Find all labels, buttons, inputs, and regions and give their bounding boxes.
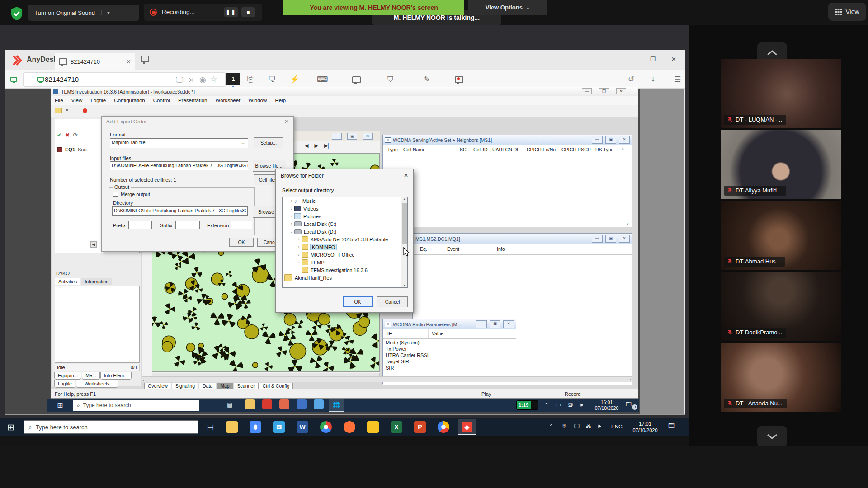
scroll-down-icon[interactable]: ▼ [403, 284, 406, 287]
minimize-icon[interactable]: — [592, 136, 603, 144]
participant-tile[interactable]: DT - LUQMAN -... [721, 59, 841, 128]
display-settings-icon[interactable] [352, 76, 361, 84]
remote-clock[interactable]: 16:01 07/10/2020 [592, 399, 621, 411]
suffix-field[interactable] [175, 221, 200, 229]
actions-lightning-icon[interactable]: ⚡ [290, 75, 299, 83]
ok-button[interactable]: OK [343, 296, 373, 307]
tab-info-element[interactable]: Info Elem... [100, 372, 132, 380]
activities-list[interactable] [55, 286, 140, 363]
scroll-thumb[interactable] [402, 203, 407, 244]
tree-scrollbar[interactable]: ▲ ▼ [401, 197, 407, 287]
photos-app-icon[interactable] [314, 399, 324, 409]
param-row[interactable]: Target SIR [386, 359, 516, 365]
close-icon[interactable]: ✕ [284, 118, 289, 125]
map-restore-icon[interactable]: ▣ [347, 133, 357, 140]
tree-item[interactable]: TEMSInvestigation 16.3.6 [283, 266, 407, 274]
record-session-icon[interactable] [455, 76, 463, 84]
nav-forward-icon[interactable]: ▶ [315, 143, 318, 148]
app-red-icon[interactable] [262, 399, 272, 409]
remote-search-box[interactable]: ⌕ Type here to search [73, 400, 199, 411]
tems-close-icon[interactable]: ✕ [616, 88, 626, 94]
browser-globe-icon[interactable]: 🌐 [329, 399, 344, 412]
connect-check-icon[interactable]: ✔ [57, 132, 61, 138]
menu-icon[interactable]: ☰ [674, 75, 681, 83]
session-tab[interactable]: 821424710 ✕ [55, 53, 135, 70]
menu-window[interactable]: Window [248, 98, 267, 103]
minimize-icon[interactable]: — [476, 320, 487, 328]
map-close-icon[interactable]: ✕ [363, 133, 373, 140]
input-files-field[interactable]: D:\KOMINFO\File Pendukung Latihan Prakte… [110, 161, 248, 170]
participant-tile[interactable]: DT-Ahmad Hus... [721, 201, 841, 270]
folder-tree[interactable]: ›♪Music ›Videos ›Pictures ›Local Disk (C… [282, 197, 408, 288]
tree-item[interactable]: ›TEMP [283, 258, 407, 266]
file-explorer-icon[interactable] [226, 421, 238, 433]
extension-field[interactable] [231, 221, 252, 229]
prefix-field[interactable] [128, 221, 152, 229]
close-icon[interactable]: ✕ [503, 320, 514, 328]
nav-last-icon[interactable]: ▶▏ [324, 143, 332, 148]
speaker-icon[interactable]: 🕪 [598, 423, 601, 429]
tab-information[interactable]: Information [81, 278, 112, 285]
tems-titlebar[interactable]: TEMS Investigation 16.3.6 (Administrator… [51, 87, 638, 96]
refresh-icon[interactable]: ⟳ [73, 132, 78, 138]
menu-logfile[interactable]: Logfile [90, 98, 106, 103]
wcdma-serving-body[interactable]: ˅ [383, 155, 632, 227]
original-sound-button[interactable]: Turn on Original Sound ▼ [28, 5, 139, 21]
merge-output-checkbox[interactable] [113, 192, 118, 197]
param-row[interactable]: Mode (System) [386, 340, 516, 346]
host-clock[interactable]: 17:01 07/10/2020 [629, 421, 661, 433]
open-folder-icon[interactable] [55, 108, 62, 113]
stop-recording-icon[interactable]: ■ [241, 7, 255, 17]
tree-item[interactable]: AkmalHanif_files [283, 274, 407, 282]
zoom-app-icon[interactable]: ⬮ [250, 421, 261, 433]
file-explorer-icon[interactable] [245, 399, 255, 409]
param-row[interactable]: SIR [386, 365, 516, 371]
display-icon[interactable]: 🖵 [574, 423, 580, 429]
keyboard-icon[interactable]: ⌨ [317, 75, 328, 83]
scroll-down-icon[interactable]: ˅ [627, 222, 629, 226]
tree-item[interactable]: ›Videos [283, 205, 407, 212]
start-button[interactable]: ⊞ [57, 401, 63, 409]
task-view-icon[interactable]: ▤ [227, 401, 232, 408]
menu-control[interactable]: Control [153, 98, 170, 103]
tree-item[interactable]: ⌄Local Disk (D:) [283, 228, 407, 235]
tems-maximize-icon[interactable]: ❐ [599, 88, 609, 94]
directory-field[interactable]: D:\KOMINFO\File Pendukung Latihan Prakte… [112, 206, 248, 216]
radio-params-titlebar[interactable]: ▥ WCDMA Radio Parameters [M... — ▣ ✕ [383, 319, 516, 329]
tree-item-selected[interactable]: ›KOMINFO [283, 243, 407, 251]
minimize-icon[interactable]: — [592, 235, 603, 243]
map-minimize-icon[interactable]: — [332, 133, 342, 140]
restore-icon[interactable]: ▣ [490, 320, 500, 328]
format-dropdown[interactable]: MapInfo Tab-file ⌄ [110, 138, 248, 148]
monitor-1-badge[interactable]: 1 [226, 73, 240, 85]
tree-item[interactable]: ›KMSAuto Net 2015 v1.3.8 Portable [283, 235, 407, 243]
scroll-up-icon[interactable]: ˄ [622, 147, 624, 151]
notification-icon[interactable]: 🗔 [668, 422, 675, 429]
original-sound-dropdown[interactable]: ▼ [101, 10, 115, 15]
menu-presentation[interactable]: Presentation [178, 98, 208, 103]
task-view-icon[interactable]: ▤ [207, 422, 214, 431]
param-row[interactable]: Tx Power [386, 346, 516, 352]
participant-tile[interactable]: DT - Ananda Nu... [721, 343, 841, 412]
office-app-icon[interactable] [367, 421, 379, 433]
file-transfer-icon[interactable]: ⎘ [247, 75, 254, 83]
tree-item[interactable]: ›♪Music [283, 197, 407, 205]
setup-button[interactable]: Setup... [254, 137, 283, 148]
collapse-down-button[interactable] [757, 426, 787, 447]
mic-icon[interactable]: 🎙 [561, 423, 567, 429]
notification-icon[interactable]: 🗔 [626, 401, 632, 408]
host-search-box[interactable]: ⌕ Type here to search [24, 420, 198, 434]
equipment-label[interactable]: EQ1 [65, 147, 75, 152]
tree-item[interactable]: ›Pictures [283, 212, 407, 220]
cancel-button[interactable]: Cancel [377, 296, 408, 307]
anydesk-titlebar[interactable]: AnyDesk 821424710 ✕ + — ❐ ✕ [5, 50, 685, 70]
tree-item[interactable]: ›MICROSOFT Office [283, 251, 407, 258]
participant-tile[interactable]: DT-Aliyya Mufid... [721, 130, 841, 199]
tab-logfile[interactable]: Logfile [54, 380, 75, 388]
tab-me[interactable]: Me... [82, 372, 99, 380]
download-icon[interactable]: ⤓ [651, 75, 655, 83]
firefox-icon[interactable] [344, 421, 355, 433]
disconnect-x-icon[interactable]: ✖ [65, 132, 70, 138]
ok-button[interactable]: OK [229, 238, 254, 247]
close-icon[interactable]: ✕ [619, 235, 630, 243]
